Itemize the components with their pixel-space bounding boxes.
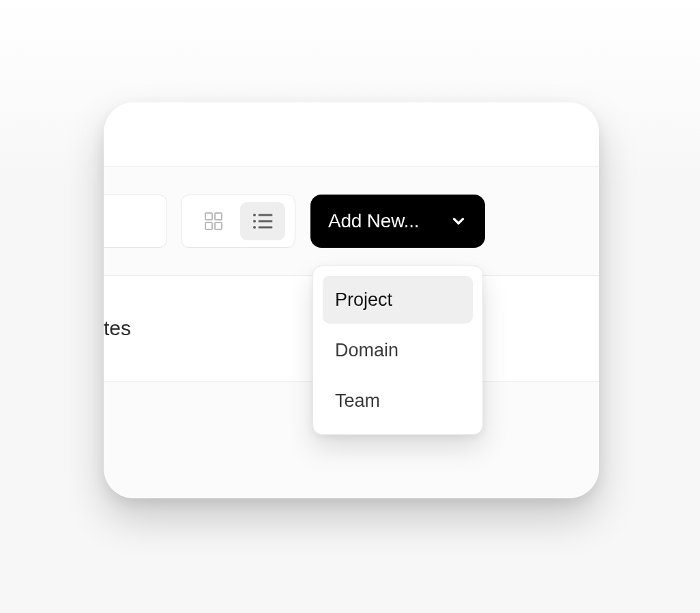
grid-view-button[interactable]	[191, 202, 236, 240]
dropdown-item-label: Team	[335, 390, 380, 412]
svg-point-5	[253, 220, 256, 223]
main-card: Add New... tes Project Domain Team	[104, 102, 599, 498]
grid-icon	[203, 210, 224, 232]
svg-rect-3	[215, 223, 222, 229]
search-input-truncated[interactable]	[104, 195, 167, 248]
add-new-label: Add New...	[328, 210, 419, 232]
svg-rect-2	[205, 223, 212, 229]
svg-rect-1	[215, 213, 222, 220]
add-new-button[interactable]: Add New...	[310, 195, 485, 248]
list-icon	[251, 210, 274, 232]
svg-point-4	[253, 214, 256, 216]
list-view-button[interactable]	[240, 202, 285, 240]
add-new-dropdown: Project Domain Team	[312, 266, 483, 435]
toolbar: Add New...	[104, 166, 599, 275]
view-toggle-group	[181, 195, 295, 248]
chevron-down-icon	[450, 212, 467, 230]
card-top-spacer	[104, 102, 599, 166]
dropdown-item-label: Domain	[335, 340, 398, 361]
dropdown-item-team[interactable]: Team	[323, 377, 473, 425]
section-label-truncated: tes	[104, 317, 131, 340]
dropdown-item-project[interactable]: Project	[323, 276, 473, 324]
dropdown-item-label: Project	[335, 289, 392, 311]
svg-point-6	[253, 226, 256, 229]
svg-rect-0	[205, 213, 212, 220]
dropdown-item-domain[interactable]: Domain	[323, 326, 473, 374]
